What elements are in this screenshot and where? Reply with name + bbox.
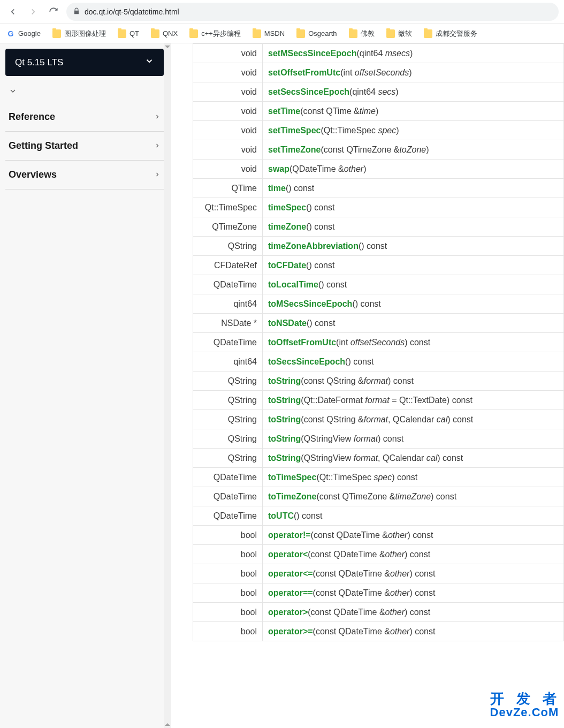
- method-link[interactable]: setSecsSinceEpoch: [268, 87, 349, 96]
- method-link[interactable]: toString: [268, 376, 301, 385]
- content-area: voidsetMSecsSinceEpoch(qint64 msecs)void…: [171, 43, 564, 728]
- method-link[interactable]: toOffsetFromUtc: [268, 338, 336, 347]
- bookmark-item[interactable]: QT: [118, 29, 139, 38]
- bookmark-item[interactable]: QNX: [151, 29, 178, 38]
- method-signature: toLocalTime() const: [263, 275, 564, 294]
- method-signature: operator==(const QDateTime &other) const: [263, 583, 564, 603]
- table-row: voidsetMSecsSinceEpoch(qint64 msecs): [193, 44, 564, 63]
- bookmark-item[interactable]: 微软: [386, 29, 412, 39]
- method-link[interactable]: toTimeSpec: [268, 473, 316, 482]
- version-label: Qt 5.15 LTS: [15, 57, 63, 68]
- folder-icon: [296, 29, 305, 38]
- address-bar[interactable]: doc.qt.io/qt-5/qdatetime.html: [66, 3, 559, 21]
- bookmark-item[interactable]: 图形图像处理: [52, 29, 106, 39]
- method-link[interactable]: setTimeZone: [268, 145, 321, 154]
- method-signature: timeZoneAbbreviation() const: [263, 237, 564, 256]
- return-type: CFDateRef: [193, 256, 263, 275]
- table-row: qint64toMSecsSinceEpoch() const: [193, 294, 564, 314]
- url-text: doc.qt.io/qt-5/qdatetime.html: [85, 7, 179, 16]
- sidebar-item[interactable]: Reference: [5, 103, 164, 132]
- bookmark-item[interactable]: GGoogle: [6, 29, 41, 38]
- method-link[interactable]: operator<=: [268, 569, 313, 578]
- table-row: QDateTimetoUTC() const: [193, 506, 564, 526]
- method-link[interactable]: toString: [268, 434, 301, 443]
- folder-icon: [386, 29, 395, 38]
- method-link[interactable]: toString: [268, 453, 301, 462]
- method-link[interactable]: toNSDate: [268, 318, 307, 328]
- bookmark-item[interactable]: MSDN: [253, 29, 285, 38]
- method-link[interactable]: swap: [268, 164, 289, 173]
- method-signature: setTimeSpec(Qt::TimeSpec spec): [263, 121, 564, 140]
- sidebar-item-label: Overviews: [9, 169, 57, 180]
- return-type: void: [193, 63, 263, 82]
- method-link[interactable]: operator>=: [268, 627, 313, 636]
- return-type: void: [193, 140, 263, 160]
- sidebar-scrollbar[interactable]: [164, 43, 171, 728]
- return-type: void: [193, 121, 263, 140]
- return-type: void: [193, 102, 263, 121]
- method-signature: toString(const QString &format, QCalenda…: [263, 410, 564, 429]
- return-type: QString: [193, 429, 263, 449]
- method-link[interactable]: time: [268, 184, 286, 193]
- folder-icon: [253, 29, 261, 38]
- method-signature: toString(const QString &format) const: [263, 371, 564, 391]
- sidebar-toggle[interactable]: [5, 81, 164, 103]
- method-link[interactable]: toCFDate: [268, 261, 306, 270]
- method-link[interactable]: toString: [268, 415, 301, 424]
- method-link[interactable]: setMSecsSinceEpoch: [268, 49, 356, 58]
- forward-button[interactable]: [26, 4, 41, 19]
- method-link[interactable]: operator<: [268, 550, 308, 559]
- method-link[interactable]: setTime: [268, 107, 300, 116]
- table-row: NSDate *toNSDate() const: [193, 314, 564, 333]
- table-row: voidswap(QDateTime &other): [193, 160, 564, 179]
- method-link[interactable]: toUTC: [268, 511, 294, 520]
- method-link[interactable]: toLocalTime: [268, 280, 318, 289]
- method-link[interactable]: setOffsetFromUtc: [268, 68, 340, 77]
- table-row: QTimeZonetimeZone() const: [193, 217, 564, 237]
- folder-icon: [349, 29, 357, 38]
- method-signature: toString(QStringView format) const: [263, 429, 564, 449]
- method-link[interactable]: timeZoneAbbreviation: [268, 241, 359, 251]
- method-signature: setTime(const QTime &time): [263, 102, 564, 121]
- table-row: QDateTimetoLocalTime() const: [193, 275, 564, 294]
- method-link[interactable]: operator==: [268, 588, 313, 597]
- lock-icon: [73, 7, 80, 17]
- return-type: bool: [193, 526, 263, 545]
- return-type: bool: [193, 622, 263, 641]
- return-type: NSDate *: [193, 314, 263, 333]
- bookmark-item[interactable]: 佛教: [349, 29, 375, 39]
- bookmark-label: 成都交警服务: [436, 29, 477, 39]
- chevron-down-icon: [144, 56, 154, 69]
- bookmark-label: 图形图像处理: [64, 29, 106, 39]
- method-link[interactable]: timeSpec: [268, 203, 306, 212]
- sidebar-item[interactable]: Overviews: [5, 161, 164, 189]
- browser-toolbar: doc.qt.io/qt-5/qdatetime.html: [0, 0, 564, 24]
- return-type: qint64: [193, 294, 263, 314]
- method-signature: setOffsetFromUtc(int offsetSeconds): [263, 63, 564, 82]
- method-link[interactable]: toTimeZone: [268, 492, 316, 501]
- bookmark-item[interactable]: Osgearth: [296, 29, 337, 38]
- table-row: QDateTimetoOffsetFromUtc(int offsetSecon…: [193, 333, 564, 352]
- bookmark-item[interactable]: 成都交警服务: [424, 29, 477, 39]
- method-link[interactable]: setTimeSpec: [268, 126, 321, 135]
- table-row: QStringtoString(const QString &format, Q…: [193, 410, 564, 429]
- sidebar-item-label: Getting Started: [9, 140, 78, 151]
- method-link[interactable]: toSecsSinceEpoch: [268, 357, 345, 366]
- method-link[interactable]: toMSecsSinceEpoch: [268, 299, 352, 308]
- method-link[interactable]: operator>: [268, 608, 308, 617]
- return-type: QString: [193, 410, 263, 429]
- return-type: void: [193, 82, 263, 102]
- bookmark-label: MSDN: [264, 29, 285, 37]
- reload-button[interactable]: [46, 4, 61, 19]
- method-link[interactable]: operator!=: [268, 530, 311, 540]
- table-row: QStringtoString(Qt::DateFormat format = …: [193, 391, 564, 410]
- back-button[interactable]: [5, 4, 20, 19]
- return-type: QString: [193, 449, 263, 468]
- method-link[interactable]: toString: [268, 396, 301, 405]
- version-selector[interactable]: Qt 5.15 LTS: [5, 49, 164, 76]
- bookmark-item[interactable]: c++异步编程: [189, 29, 241, 39]
- sidebar-item[interactable]: Getting Started: [5, 132, 164, 161]
- method-link[interactable]: timeZone: [268, 222, 306, 231]
- table-row: booloperator!=(const QDateTime &other) c…: [193, 526, 564, 545]
- method-signature: operator>=(const QDateTime &other) const: [263, 622, 564, 641]
